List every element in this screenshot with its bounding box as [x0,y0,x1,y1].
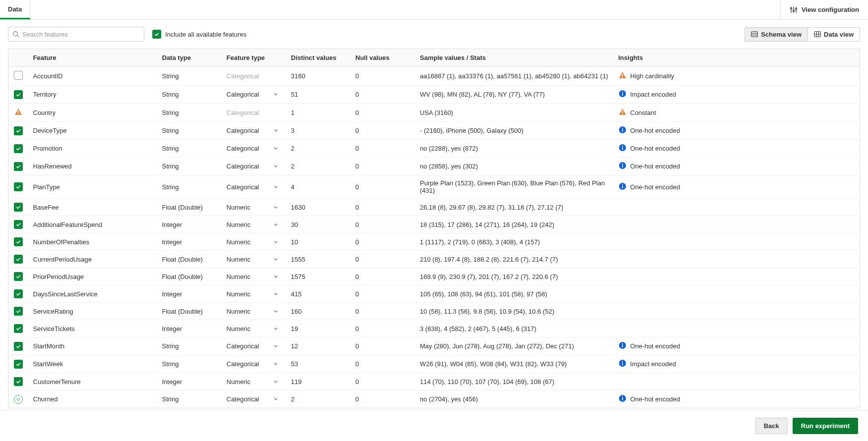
chevron-down-icon[interactable] [273,290,278,298]
feature-type: Numeric [227,256,250,263]
sample-values: 10 (58), 11.3 (56), 9.8 (56), 10.9 (54),… [415,303,614,320]
chevron-down-icon[interactable] [273,342,278,350]
feature-type: Categorical [227,183,259,191]
svg-rect-15 [622,74,623,76]
feature-type-cell[interactable]: Categorical [222,140,286,158]
chevron-down-icon[interactable] [273,238,278,246]
row-checkbox[interactable] [14,342,23,351]
top-bar: Data View configuration [0,0,868,20]
row-checkbox[interactable] [14,162,23,171]
chevron-down-icon[interactable] [273,325,278,332]
data-type: Integer [157,285,222,303]
sample-values: 169.9 (9), 230.9 (7), 201 (7), 167.2 (7)… [415,268,614,285]
run-experiment-button[interactable]: Run experiment [793,418,858,434]
include-all-checkbox[interactable] [152,30,161,39]
row-checkbox[interactable] [14,144,23,153]
grid-icon [814,31,821,38]
feature-type-cell[interactable]: Categorical [222,355,286,373]
row-checkbox[interactable] [14,90,23,99]
feature-type-cell[interactable]: Numeric [222,233,286,251]
data-type: Integer [157,216,222,233]
feature-type-cell[interactable]: Numeric [222,199,286,216]
null-values: 0 [351,268,415,285]
feature-type-cell[interactable]: Categorical [222,390,286,408]
row-checkbox[interactable] [14,182,23,191]
feature-type: Categorical [227,360,259,368]
row-checkbox[interactable] [14,324,23,333]
search-input-wrap[interactable] [8,27,144,42]
feature-type-cell[interactable]: Categorical [222,175,286,199]
feature-type-cell[interactable]: Numeric [222,268,286,285]
feature-name: NumberOfPenalties [28,233,157,251]
chevron-down-icon[interactable] [273,308,278,315]
sample-values: no (2858), yes (302) [415,158,614,175]
chevron-down-icon[interactable] [273,273,278,280]
row-checkbox[interactable] [14,126,23,135]
svg-rect-37 [622,345,623,348]
chevron-down-icon[interactable] [273,360,278,368]
row-checkbox[interactable] [14,237,23,246]
row-checkbox[interactable] [14,360,23,369]
table-row: ServiceTickets Integer Numeric 19 0 3 (6… [8,320,860,337]
row-checkbox[interactable] [14,377,23,386]
feature-name: HasRenewed [28,158,157,175]
data-view-button[interactable]: Data view [808,27,860,42]
table-row: ServiceRating Float (Double) Numeric 160… [8,303,860,320]
chevron-down-icon[interactable] [273,395,278,403]
chevron-down-icon[interactable] [273,91,278,98]
row-checkbox[interactable] [14,272,23,281]
row-checkbox[interactable] [14,71,23,80]
chevron-down-icon[interactable] [273,221,278,228]
svg-rect-26 [622,128,623,129]
chevron-down-icon[interactable] [273,145,278,152]
row-checkbox[interactable] [14,255,23,264]
tab-data[interactable]: Data [0,0,30,19]
table-row: Territory String Categorical 51 0 WV (98… [8,86,860,104]
feature-type-cell[interactable]: Numeric [222,320,286,337]
feature-type-cell[interactable]: Numeric [222,303,286,320]
include-all-toggle[interactable]: Include all available features [152,30,247,39]
chevron-down-icon[interactable] [273,256,278,263]
data-type: String [157,337,222,355]
sample-values: - (2160), iPhone (500), Galaxy (500) [415,122,614,140]
chevron-down-icon[interactable] [273,204,278,211]
schema-view-button[interactable]: Schema view [744,27,808,42]
table-row: BaseFee Float (Double) Numeric 1630 0 26… [8,199,860,216]
chevron-down-icon[interactable] [273,163,278,170]
svg-rect-41 [622,361,623,362]
col-feature-type: Feature type [222,49,286,67]
back-button[interactable]: Back [755,418,788,434]
col-insights: Insights [614,49,860,67]
table-row: DeviceType String Categorical 3 0 - (216… [8,122,860,140]
sample-values: 114 (70), 110 (70), 107 (70), 104 (69), … [415,373,614,390]
sample-values: 210 (8), 197.4 (8), 188.2 (8), 221.6 (7)… [415,251,614,268]
view-configuration-button[interactable]: View configuration [780,0,868,19]
svg-point-5 [795,8,797,9]
chevron-down-icon[interactable] [273,127,278,134]
chevron-down-icon[interactable] [273,378,278,386]
data-type: String [157,122,222,140]
feature-name: Territory [28,86,157,104]
data-type: Integer [157,373,222,390]
row-checkbox[interactable] [14,307,23,316]
feature-type-cell[interactable]: Categorical [222,337,286,355]
row-checkbox[interactable] [14,289,23,298]
chevron-down-icon[interactable] [273,183,278,191]
feature-type-cell[interactable]: Categorical [222,158,286,175]
sample-values: 18 (315), 17 (286), 14 (271), 16 (264), … [415,216,614,233]
feature-type-cell[interactable]: Numeric [222,285,286,303]
row-checkbox[interactable] [14,203,23,212]
search-input[interactable] [22,31,140,38]
feature-type: Categorical [227,342,259,350]
feature-type-cell[interactable]: Categorical [222,86,286,104]
target-icon [14,395,23,404]
feature-type-cell[interactable]: Numeric [222,373,286,390]
table-row: Country String Categorical 1 0 USA (3160… [8,104,860,122]
feature-name: AccountID [28,67,157,86]
feature-type-cell[interactable]: Categorical [222,122,286,140]
feature-type-cell[interactable]: Numeric [222,216,286,233]
row-checkbox[interactable] [14,220,23,229]
feature-name: StartWeek [28,355,157,373]
feature-type-cell[interactable]: Numeric [222,251,286,268]
sample-values: 1 (1117), 2 (719), 0 (663), 3 (408), 4 (… [415,233,614,251]
